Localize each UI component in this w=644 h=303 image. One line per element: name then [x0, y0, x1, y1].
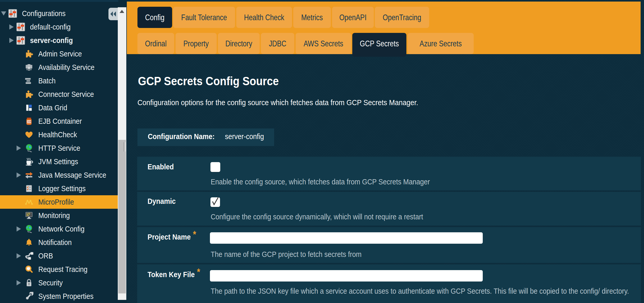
- svg-text:JAR: JAR: [27, 121, 31, 123]
